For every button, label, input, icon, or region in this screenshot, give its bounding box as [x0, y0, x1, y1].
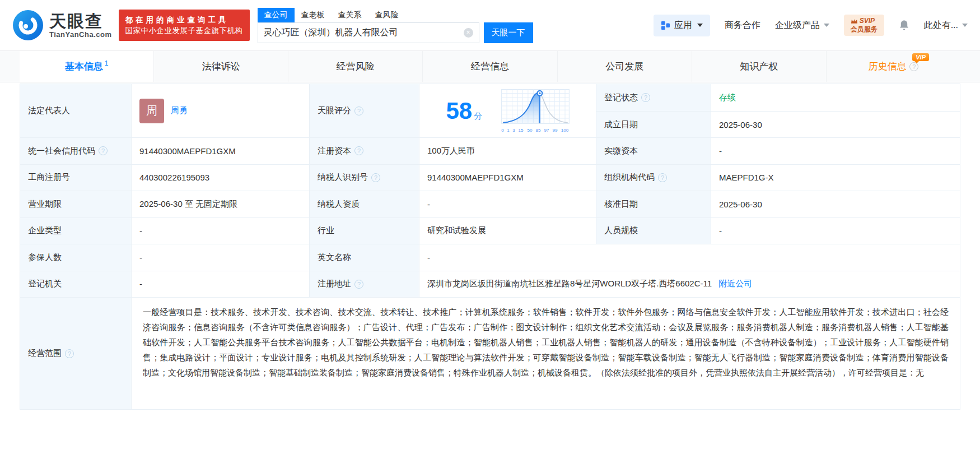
- value-text: -: [139, 226, 142, 235]
- chevron-down-icon: [962, 24, 968, 27]
- label-text: 组织机构代码: [604, 172, 655, 183]
- nav-business-cooperation[interactable]: 商务合作: [725, 20, 760, 31]
- label-text: 统一社会信用代码: [28, 146, 95, 156]
- value-text: 91440300MAEPFD1GXM: [427, 173, 524, 182]
- tab-legal-proceedings[interactable]: 法律诉讼: [153, 51, 288, 82]
- apps-menu-label: 应用: [674, 20, 692, 31]
- label-text: 纳税人资质: [318, 199, 360, 210]
- axis-tick: 85: [535, 127, 540, 132]
- value-text: -: [719, 146, 722, 156]
- legal-rep-avatar[interactable]: 周: [139, 99, 164, 123]
- value-text: 2025-06-30 至 无固定期限: [139, 199, 237, 210]
- chevron-down-icon: [824, 24, 829, 27]
- field-value-english-name: -: [419, 244, 960, 271]
- axis-tick: 1: [507, 127, 510, 132]
- tianyancha-logo[interactable]: 天眼查 TianYanCha.com: [12, 10, 112, 41]
- search-input[interactable]: 灵心巧匠（深圳）机器人有限公司 ×: [258, 22, 479, 43]
- help-icon[interactable]: ?: [354, 107, 363, 115]
- top-header: 天眼查 TianYanCha.com 都在用的商业查询工具 国家中小企业发展子基…: [0, 0, 980, 50]
- value-text: 100万人民币: [427, 146, 475, 156]
- score-value: 58分: [446, 99, 482, 123]
- label-text: 人员规模: [604, 225, 638, 236]
- tab-basic-info-count: 1: [105, 59, 109, 67]
- tab-company-development-label: 公司发展: [605, 60, 643, 73]
- field-value-business-scope: 一般经营项目是：技术服务、技术开发、技术咨询、技术交流、技术转让、技术推广；计算…: [131, 297, 960, 409]
- score-number: 58: [446, 98, 472, 124]
- field-value-legal-rep: 周 周勇: [131, 84, 309, 137]
- label-text: 核准日期: [604, 199, 638, 210]
- value-text: -: [427, 253, 430, 262]
- label-text: 纳税人识别号: [318, 172, 368, 183]
- slogan-line-2: 国家中小企业发展子基金旗下机构: [125, 25, 243, 36]
- tab-operating-risk[interactable]: 经营风险: [288, 51, 422, 82]
- label-text: 实缴资本: [604, 146, 638, 156]
- field-label-industry: 行业: [309, 217, 419, 244]
- clear-search-icon[interactable]: ×: [464, 28, 473, 38]
- help-icon[interactable]: ?: [354, 280, 363, 289]
- tab-history-info-label: 历史信息: [868, 60, 906, 73]
- brand-domain: TianYanCha.com: [49, 30, 112, 39]
- search-tabs: 查公司 查老板 查关系 查风险: [258, 8, 533, 22]
- label-text: 参保人数: [28, 252, 62, 263]
- field-label-reg-status: 登记状态 ?: [596, 84, 711, 111]
- score-unit: 分: [474, 111, 482, 121]
- notifications-bell-icon[interactable]: [899, 20, 909, 31]
- legal-rep-name-link[interactable]: 周勇: [171, 105, 188, 116]
- axis-tick: 97: [544, 127, 549, 132]
- field-value-score: 58分: [419, 84, 596, 137]
- help-icon[interactable]: ?: [354, 146, 363, 155]
- field-value-paid-capital: -: [711, 137, 960, 164]
- axis-tick: 50: [527, 127, 532, 132]
- label-text: 登记机关: [28, 279, 62, 289]
- tab-operating-info[interactable]: 经营信息: [422, 51, 557, 82]
- field-label-credit-code: 统一社会信用代码 ?: [20, 137, 131, 164]
- basic-info-section: 法定代表人 周 周勇 登记状态 ? 存续 天眼评分 ? 58分: [20, 84, 960, 410]
- nav-business-cooperation-label: 商务合作: [725, 20, 760, 31]
- field-value-reg-number: 440300226195093: [131, 164, 309, 191]
- brand-slogan: 都在用的商业查询工具 国家中小企业发展子基金旗下机构: [119, 10, 250, 41]
- user-account-menu[interactable]: 此处有...: [924, 20, 968, 31]
- field-label-insured-count: 参保人数: [20, 244, 131, 271]
- label-text: 企业类型: [28, 225, 62, 236]
- field-value-insured-count: -: [131, 244, 309, 271]
- company-section-tabs: 基本信息 1 法律诉讼 经营风险 经营信息 公司发展 知识产权 VIP 历史信息…: [0, 50, 980, 82]
- vip-badge: VIP: [912, 53, 929, 61]
- tab-history-info[interactable]: VIP 历史信息 ?: [826, 51, 960, 82]
- label-text: 工商注册号: [28, 172, 70, 183]
- nearby-companies-link[interactable]: 附近公司: [718, 279, 752, 289]
- label-text: 经营范围: [28, 348, 62, 359]
- search-tab-company[interactable]: 查公司: [258, 8, 295, 22]
- tab-company-development[interactable]: 公司发展: [557, 51, 692, 82]
- help-icon[interactable]: ?: [371, 173, 380, 182]
- help-icon[interactable]: ?: [65, 349, 74, 358]
- field-value-industry: 研究和试验发展: [419, 217, 596, 244]
- company-info-table: 法定代表人 周 周勇 登记状态 ? 存续 天眼评分 ? 58分: [20, 84, 960, 410]
- score-chart-axis: 0 1 3 15 50 85 97 99 100: [501, 127, 570, 133]
- help-icon[interactable]: ?: [641, 93, 650, 102]
- field-label-paid-capital: 实缴资本: [596, 137, 711, 164]
- field-label-reg-authority: 登记机关: [20, 271, 131, 298]
- value-text: 研究和试验发展: [427, 225, 486, 236]
- field-value-taxpayer-quality: -: [419, 191, 596, 217]
- search-tab-boss[interactable]: 查老板: [295, 8, 332, 22]
- field-value-est-date: 2025-06-30: [711, 111, 960, 137]
- axis-tick: 3: [512, 127, 515, 132]
- tab-intellectual-property[interactable]: 知识产权: [692, 51, 826, 82]
- field-label-taxpayer-quality: 纳税人资质: [309, 191, 419, 217]
- field-label-company-type: 企业类型: [20, 217, 131, 244]
- field-value-reg-authority: -: [131, 271, 309, 298]
- svip-membership-badge[interactable]: SVIP 会员服务: [844, 15, 884, 36]
- tab-operating-info-label: 经营信息: [471, 60, 509, 73]
- tab-basic-info[interactable]: 基本信息 1: [20, 51, 153, 82]
- nav-enterprise-products[interactable]: 企业级产品: [775, 20, 829, 31]
- search-tab-relation[interactable]: 查关系: [332, 8, 368, 22]
- search-tab-risk[interactable]: 查风险: [368, 8, 405, 22]
- apps-menu[interactable]: 应用: [654, 15, 710, 36]
- help-icon[interactable]: ?: [99, 146, 108, 155]
- user-account-label: 此处有...: [924, 20, 958, 31]
- help-icon[interactable]: ?: [658, 173, 667, 182]
- search-button[interactable]: 天眼一下: [484, 22, 533, 43]
- brand-name: 天眼查: [49, 12, 112, 30]
- nav-enterprise-products-label: 企业级产品: [775, 20, 820, 31]
- axis-tick: 0: [501, 127, 504, 132]
